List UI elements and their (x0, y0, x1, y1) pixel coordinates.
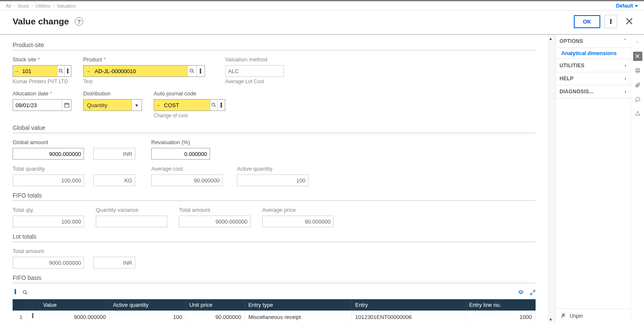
product-sub: Test (83, 79, 205, 84)
section-rule (13, 50, 536, 50)
cell-active-qty[interactable]: 100 (109, 311, 186, 323)
breadcrumb: All › Stock › Utilities › Valuation Defa… (0, 1, 644, 11)
cell-value[interactable]: 9000.000000 (39, 311, 109, 323)
section-lot-totals: Lot totals (13, 233, 536, 240)
link-arrow-icon[interactable]: → (84, 68, 92, 74)
field-distribution: Distribution Quantity ▾ (83, 90, 142, 119)
cell-entry-type[interactable]: Miscellaneous receipt (245, 311, 352, 323)
row-menu-icon[interactable] (26, 311, 39, 323)
comment-icon[interactable] (633, 95, 642, 104)
crumb-valuation[interactable]: Valuation (57, 3, 76, 8)
allocation-date-input[interactable] (13, 100, 62, 111)
label-avg-cost: Average cost (151, 166, 223, 172)
field-actions-icon[interactable] (196, 66, 205, 76)
crumb-stock[interactable]: Stock (18, 3, 29, 8)
ok-button[interactable]: OK (574, 15, 601, 28)
field-fifo-avg-price: Average price (262, 207, 334, 227)
panel-options-header[interactable]: OPTIONS ˄ (555, 35, 631, 48)
lookup-icon[interactable] (210, 100, 218, 111)
col-value[interactable]: Value (39, 299, 109, 311)
col-rowmenu (26, 299, 39, 311)
layers-icon[interactable] (518, 290, 524, 297)
lot-total-amt-input (13, 257, 84, 268)
field-actions-icon[interactable] (64, 66, 71, 76)
label-total-qty: Total quantity (13, 166, 135, 172)
attach-icon[interactable] (633, 80, 642, 90)
unpin-label: Unpin (570, 313, 583, 319)
print-icon[interactable] (633, 66, 642, 75)
col-active-qty[interactable]: Active quantity (109, 299, 186, 311)
link-arrow-icon[interactable]: → (13, 68, 20, 74)
label-active-qty: Active quantity (237, 166, 308, 172)
global-amount-input[interactable] (13, 148, 84, 159)
col-unit-price[interactable]: Unit price (186, 299, 244, 311)
calendar-icon[interactable] (62, 100, 71, 111)
fifo-basis-table: Value Active quantity Unit price Entry t… (13, 299, 536, 323)
active-qty-input (237, 175, 308, 186)
panel-diagnosis[interactable]: DIAGNOSIS... ‹ (555, 85, 631, 98)
add-icon[interactable]: ＋ (633, 37, 642, 47)
col-entry-type[interactable]: Entry type (245, 299, 352, 311)
revaluation-input[interactable] (152, 148, 210, 159)
col-entry-line-no[interactable]: Entry line no. (465, 299, 535, 311)
table-actions-icon[interactable] (14, 289, 16, 297)
caret-down-icon (635, 5, 638, 7)
cell-entry[interactable]: 1012301ENT00000006 (352, 311, 465, 323)
chevron-up-icon: ˄ (624, 38, 626, 44)
distribution-select[interactable]: Quantity ▾ (83, 99, 142, 111)
delete-icon[interactable]: ✕ (633, 52, 642, 61)
svg-line-3 (192, 71, 194, 73)
panel-options-label: OPTIONS (560, 38, 583, 44)
panel-utilities-label: UTILITIES (560, 63, 584, 68)
col-rownum (13, 299, 26, 311)
lookup-icon[interactable] (57, 66, 64, 76)
svg-point-10 (23, 290, 26, 293)
table-row[interactable]: 1 9000.000000 100 90.000000 Miscellaneou… (13, 311, 536, 323)
panel-help[interactable]: HELP ‹ (555, 72, 631, 85)
default-view-dropdown[interactable]: Default (616, 3, 638, 9)
col-entry[interactable]: Entry (352, 299, 465, 311)
kebab-icon (610, 19, 612, 24)
svg-point-2 (190, 69, 193, 72)
crumb-utilities[interactable]: Utilities (35, 3, 50, 8)
svg-point-0 (59, 69, 62, 72)
field-actions-icon[interactable] (217, 100, 225, 111)
cell-entry-line-no[interactable]: 1000 (465, 311, 535, 323)
unpin-button[interactable]: Unpin (555, 308, 631, 323)
close-icon[interactable]: ✕ (625, 16, 634, 27)
table-search-icon[interactable] (22, 290, 28, 297)
lot-total-amt-currency (94, 257, 135, 268)
distribution-value: Quantity (87, 102, 107, 108)
right-panel: OPTIONS ˄ Analytical dimensions UTILITIE… (555, 35, 631, 323)
cell-unit-price[interactable]: 90.000000 (186, 311, 244, 323)
field-fifo-qty-variance: Quantity variance (96, 207, 167, 227)
page-title: Value change (13, 16, 69, 26)
crumb-all[interactable]: All (6, 3, 11, 8)
auto-journal-input[interactable] (161, 100, 210, 111)
share-icon[interactable] (633, 109, 642, 118)
stock-site-input[interactable] (20, 66, 57, 76)
link-arrow-icon[interactable]: → (154, 102, 161, 108)
lookup-icon[interactable] (187, 66, 196, 76)
label-global-amount: Global amount (13, 139, 135, 145)
caret-down-icon: ▾ (131, 100, 142, 111)
svg-line-9 (215, 105, 216, 107)
title-bar: Value change ? OK ✕ (0, 11, 644, 35)
table-toolbar (14, 289, 536, 297)
scroll-up-icon[interactable]: ▴ (549, 36, 552, 41)
field-global-amount: Global amount (13, 139, 135, 160)
label-auto-journal: Auto journal code (154, 90, 225, 97)
vertical-scrollbar[interactable]: ▴ ▾ (548, 35, 555, 323)
section-fifo-basis: FIFO basis (13, 274, 536, 281)
label-fifo-avg-price: Average price (262, 207, 334, 213)
link-analytical-dimensions[interactable]: Analytical dimensions (555, 48, 631, 59)
scroll-down-icon[interactable]: ▾ (549, 317, 552, 322)
product-input[interactable] (92, 66, 187, 76)
section-rule (13, 242, 536, 242)
svg-line-15 (561, 317, 563, 318)
help-icon[interactable]: ? (75, 17, 83, 26)
expand-icon[interactable] (530, 290, 536, 297)
panel-utilities[interactable]: UTILITIES ‹ (555, 59, 631, 72)
section-global-value: Global value (13, 124, 536, 131)
more-actions-button[interactable] (605, 15, 617, 28)
